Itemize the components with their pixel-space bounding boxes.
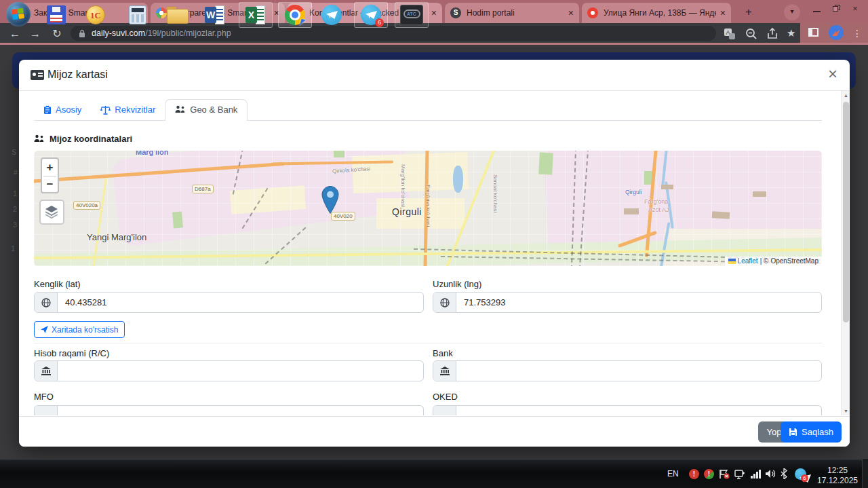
- map-zoom-control: + −: [41, 157, 59, 193]
- unread-badge: 6: [801, 474, 808, 482]
- leaflet-link[interactable]: Leaflet: [738, 257, 758, 265]
- people-geo-icon: [175, 105, 186, 114]
- lat-input-group: [34, 292, 424, 313]
- floppy-icon: [789, 428, 797, 436]
- tab-close-icon[interactable]: ×: [431, 7, 437, 18]
- taskbar-chrome-button-active[interactable]: [278, 2, 312, 28]
- forward-button[interactable]: →: [27, 26, 43, 42]
- show-on-map-button[interactable]: Xaritada ko'rsatish: [34, 321, 125, 338]
- account-input[interactable]: [58, 361, 423, 381]
- alert-tray-icon[interactable]: !: [689, 469, 699, 479]
- folder-icon: [167, 7, 187, 23]
- antivirus-tray-icon[interactable]: !: [704, 469, 714, 479]
- scroll-down-icon[interactable]: ▼: [842, 409, 850, 413]
- lock-icon: [79, 29, 85, 38]
- window-minimize-button[interactable]: [810, 3, 825, 14]
- bg-table-text: 1: [13, 189, 17, 198]
- lng-input[interactable]: [456, 293, 821, 312]
- share-icon[interactable]: [766, 27, 779, 41]
- modal-scrollbar[interactable]: ▲ ▼: [841, 91, 850, 415]
- bluetooth-icon[interactable]: [781, 468, 787, 479]
- telegram-tray-icon[interactable]: 6: [795, 468, 806, 480]
- clipboard-icon: [43, 105, 52, 115]
- taskbar-explorer-button[interactable]: [165, 3, 189, 26]
- browser-tab-4[interactable]: S Hodim portali ×: [445, 3, 579, 23]
- bank-icon: [35, 361, 58, 381]
- bookmark-star-icon[interactable]: ★: [787, 27, 795, 39]
- lat-input[interactable]: [58, 293, 423, 312]
- account-input-group: [34, 360, 424, 381]
- reload-button[interactable]: ↻: [49, 26, 65, 42]
- modal-close-icon[interactable]: ×: [824, 65, 842, 83]
- show-desktop-button[interactable]: [862, 459, 868, 488]
- lng-label: Uzunlik (lng): [433, 279, 481, 289]
- profile-avatar[interactable]: [829, 25, 844, 40]
- back-button[interactable]: ←: [7, 26, 23, 42]
- unread-badge: 6: [375, 18, 384, 27]
- tab-close-icon[interactable]: ×: [720, 7, 726, 18]
- tab-geo-bank[interactable]: Geo & Bank: [165, 99, 248, 121]
- taskbar-file-manager-button[interactable]: [45, 3, 68, 26]
- taskbar-excel-button-open[interactable]: X: [239, 2, 273, 28]
- save-button[interactable]: Saqlash: [781, 421, 842, 443]
- 1c-icon: 1С: [86, 5, 105, 24]
- telegram-icon: 6: [361, 5, 381, 25]
- browser-tab-5[interactable]: Улица Янги Аср, 138Б — Янде ×: [582, 3, 731, 23]
- file-manager-icon: [47, 5, 66, 24]
- scroll-up-icon[interactable]: ▲: [842, 93, 850, 98]
- map-road-badge: D687a: [192, 185, 214, 193]
- browser-menu-icon[interactable]: ⋮: [852, 26, 863, 41]
- start-button[interactable]: [6, 2, 31, 26]
- taskbar-1c-button[interactable]: 1С: [84, 3, 107, 26]
- osm-link[interactable]: OpenStreetMap: [770, 257, 818, 265]
- screen: Заказы - Smartup × Контрагенты - Smartup…: [0, 0, 868, 488]
- tab-rekvizitlar[interactable]: Rekvizitlar: [91, 100, 165, 120]
- zoom-out-button[interactable]: −: [42, 178, 58, 191]
- signal-bars-icon[interactable]: [751, 470, 762, 478]
- map-marker-icon[interactable]: [321, 186, 339, 214]
- bg-table-text: #: [14, 168, 18, 176]
- scrollbar-thumb[interactable]: [843, 102, 849, 322]
- zoom-search-icon[interactable]: [745, 27, 758, 41]
- taskbar-telegram2-button-open[interactable]: 6: [354, 2, 388, 28]
- layers-icon: [44, 204, 59, 219]
- zoom-in-button[interactable]: +: [42, 161, 58, 174]
- translate-icon[interactable]: A: [723, 27, 736, 41]
- mfo-input-clipped[interactable]: [34, 405, 424, 415]
- mfo-label: MFO: [34, 392, 54, 402]
- taskbar-word-button[interactable]: W: [203, 3, 226, 26]
- map-street-label: Farg'ona ko'chasi: [425, 185, 431, 227]
- map-town-label: Yangi Marg'ilon: [87, 232, 146, 242]
- modal-footer: Yopish Saqlash: [19, 416, 850, 447]
- tab-search-chevron-icon[interactable]: ▾: [784, 4, 800, 20]
- telegram-icon: [321, 5, 342, 25]
- window-close-button[interactable]: ×: [848, 3, 863, 14]
- section-title: Mijoz koordinatalari: [50, 134, 132, 144]
- attribution-separator: | ©: [760, 257, 769, 265]
- bank-input[interactable]: [456, 361, 821, 381]
- language-indicator[interactable]: EN: [667, 469, 679, 478]
- new-tab-button[interactable]: +: [741, 4, 757, 20]
- taskbar-calculator-button[interactable]: [126, 3, 149, 26]
- taskbar-telegram-button[interactable]: [320, 3, 343, 26]
- tab-close-icon[interactable]: ×: [568, 7, 574, 18]
- save-label: Saqlash: [802, 427, 833, 437]
- site-favicon-icon: S: [450, 7, 461, 18]
- speaker-icon[interactable]: [765, 469, 776, 478]
- window-restore-button[interactable]: [829, 3, 844, 14]
- map-district-label: Qirguli: [392, 206, 422, 217]
- map-attribution: Leaflet | © OpenStreetMap: [725, 257, 822, 266]
- action-center-flag-icon[interactable]: [719, 469, 730, 479]
- network-plug-icon[interactable]: [734, 470, 745, 479]
- tab-asosiy[interactable]: Asosiy: [34, 100, 91, 120]
- side-panel-icon[interactable]: [808, 28, 818, 37]
- modal-header: Mijoz kartasi ×: [19, 60, 850, 91]
- address-bar[interactable]: daily-suvi.com/19l/public/mijozlar.php: [71, 26, 716, 41]
- map-layers-control[interactable]: [39, 200, 64, 225]
- leaflet-map[interactable]: Marg'ilon D687a 40V020a 40V020 Yangi Mar…: [34, 151, 822, 266]
- oked-input-clipped[interactable]: [433, 405, 822, 415]
- tray-clock[interactable]: 12:25 17.12.2025: [814, 466, 861, 486]
- taskbar-atc-button-open[interactable]: ATC: [395, 2, 429, 28]
- customer-card-modal: Mijoz kartasi × Asosiy Rekvizitlar Geo &…: [19, 60, 850, 447]
- url-domain: daily-suvi.com: [92, 29, 145, 38]
